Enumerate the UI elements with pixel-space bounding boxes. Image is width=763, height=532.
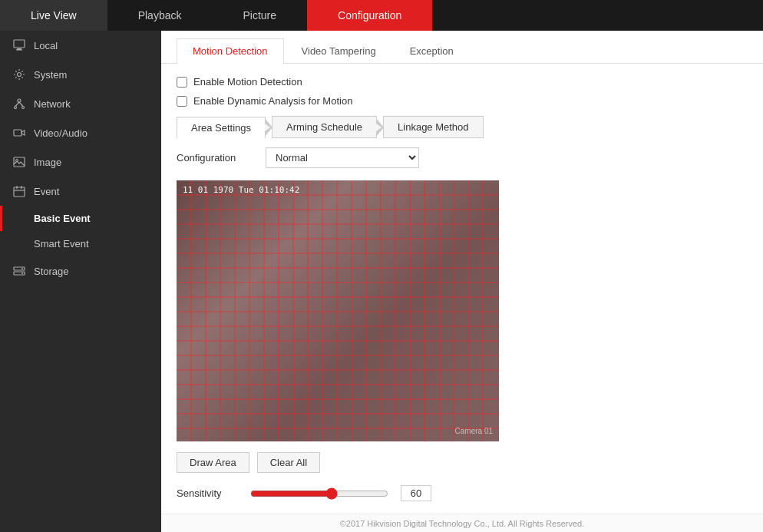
sub-tab-area-settings-label: Area Settings <box>191 122 251 134</box>
sidebar-label-image: Image <box>34 157 61 168</box>
tab-video-tampering[interactable]: Video Tampering <box>286 38 392 63</box>
sidebar-label-system: System <box>34 69 67 81</box>
draw-area-button[interactable]: Draw Area <box>177 452 249 473</box>
svg-rect-12 <box>14 187 25 197</box>
sidebar-item-image[interactable]: Image <box>0 147 161 177</box>
sub-tab-bar: Area Settings Arming Schedule Linkage Me… <box>177 116 748 138</box>
event-icon <box>12 184 26 198</box>
clear-all-button[interactable]: Clear All <box>257 452 320 473</box>
svg-rect-20 <box>177 180 499 441</box>
sidebar-label-network: Network <box>34 98 71 110</box>
sidebar-item-local[interactable]: Local <box>0 31 161 60</box>
sub-tab-linkage-method-label: Linkage Method <box>398 121 469 133</box>
checkbox-row-enable-motion: Enable Motion Detection <box>177 76 748 88</box>
sensitivity-row: Sensitivity 60 <box>177 485 748 501</box>
nav-playback[interactable]: Playback <box>107 0 213 31</box>
sidebar-sub-item-basic-event[interactable]: Basic Event <box>0 206 161 231</box>
motion-grid-container[interactable]: 11 01 1970 Tue 01:10:42 Camera 01 <box>177 180 499 441</box>
nav-live-view[interactable]: Live View <box>0 0 107 31</box>
enable-dynamic-checkbox[interactable] <box>177 96 187 107</box>
tab-bar: Motion Detection Video Tampering Excepti… <box>161 31 763 64</box>
motion-grid-svg[interactable] <box>177 180 499 441</box>
sidebar-label-video-audio: Video/Audio <box>34 127 88 139</box>
video-icon <box>12 126 26 140</box>
enable-motion-checkbox[interactable] <box>177 77 187 88</box>
checkbox-row-enable-dynamic: Enable Dynamic Analysis for Motion <box>177 95 748 107</box>
nav-configuration[interactable]: Configuration <box>307 0 432 31</box>
svg-line-7 <box>15 102 19 107</box>
image-icon <box>12 155 26 169</box>
sidebar-item-storage[interactable]: Storage <box>0 256 161 286</box>
svg-point-19 <box>21 273 23 274</box>
network-icon <box>12 97 26 111</box>
svg-line-8 <box>19 102 23 107</box>
main-content: Motion Detection Video Tampering Excepti… <box>161 31 763 532</box>
nav-picture[interactable]: Picture <box>212 0 307 31</box>
enable-motion-label[interactable]: Enable Motion Detection <box>193 76 302 88</box>
monitor-icon <box>12 38 26 52</box>
svg-point-4 <box>18 99 21 102</box>
configuration-label: Configuration <box>177 152 253 164</box>
settings-icon <box>12 68 26 81</box>
sidebar-item-event[interactable]: Event <box>0 177 161 206</box>
sidebar-item-video-audio[interactable]: Video/Audio <box>0 118 161 147</box>
footer-text: ©2017 Hikvision Digital Technology Co., … <box>340 519 585 528</box>
sensitivity-slider[interactable] <box>250 487 388 500</box>
top-navigation: Live View Playback Picture Configuration <box>0 0 763 31</box>
svg-point-3 <box>18 73 21 77</box>
sidebar-label-storage: Storage <box>34 266 69 277</box>
svg-point-6 <box>22 107 25 109</box>
sidebar: Local System Network <box>0 31 161 532</box>
grid-watermark: Camera 01 <box>455 427 493 435</box>
configuration-row: Configuration Normal Expert <box>177 147 748 168</box>
configuration-select[interactable]: Normal Expert <box>266 147 419 168</box>
sensitivity-value: 60 <box>401 485 431 501</box>
sub-tab-arming-schedule-label: Arming Schedule <box>286 121 362 133</box>
sub-tab-linkage-method[interactable]: Linkage Method <box>383 116 484 138</box>
tab-exception[interactable]: Exception <box>394 38 470 63</box>
sub-tab-area-settings[interactable]: Area Settings <box>177 117 266 138</box>
main-layout: Local System Network <box>0 31 763 532</box>
sidebar-item-network[interactable]: Network <box>0 89 161 118</box>
sidebar-label-event: Event <box>34 186 59 197</box>
sidebar-sub-label-basic-event: Basic Event <box>34 213 91 224</box>
sidebar-item-system[interactable]: System <box>0 60 161 89</box>
enable-dynamic-label[interactable]: Enable Dynamic Analysis for Motion <box>193 95 352 107</box>
svg-rect-0 <box>14 40 25 48</box>
sub-tab-arming-schedule[interactable]: Arming Schedule <box>272 116 377 138</box>
sensitivity-label: Sensitivity <box>177 487 238 499</box>
svg-rect-10 <box>14 157 25 167</box>
sidebar-sub-item-smart-event[interactable]: Smart Event <box>0 231 161 256</box>
svg-point-5 <box>15 107 17 109</box>
storage-icon <box>12 264 26 278</box>
sidebar-label-local: Local <box>34 40 58 51</box>
svg-rect-9 <box>14 130 21 136</box>
panel-motion-detection: Enable Motion Detection Enable Dynamic A… <box>161 64 763 514</box>
tab-motion-detection[interactable]: Motion Detection <box>177 38 284 64</box>
button-row: Draw Area Clear All <box>177 452 748 473</box>
sidebar-sub-label-smart-event: Smart Event <box>34 238 89 249</box>
svg-point-18 <box>21 268 23 269</box>
grid-timestamp: 11 01 1970 Tue 01:10:42 <box>183 185 299 195</box>
footer: ©2017 Hikvision Digital Technology Co., … <box>161 514 763 532</box>
